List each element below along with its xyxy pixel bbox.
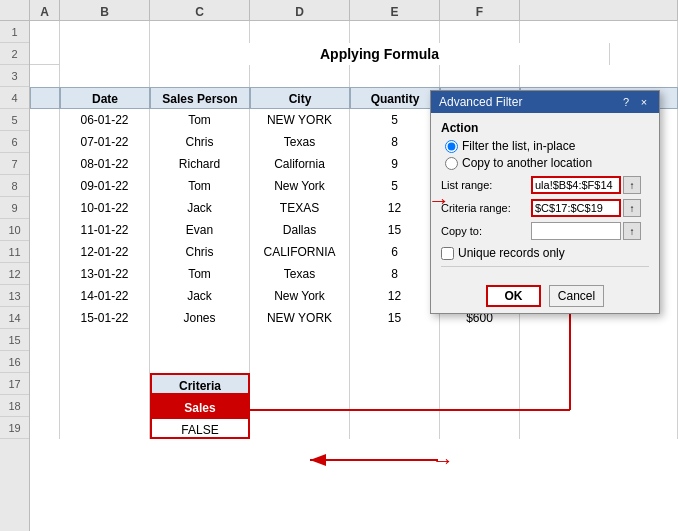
cell-17d bbox=[250, 373, 350, 395]
cell-12a bbox=[30, 263, 60, 285]
list-range-row: List range: ↑ bbox=[441, 176, 649, 194]
row-num-15: 15 bbox=[0, 329, 29, 351]
row-3 bbox=[30, 65, 678, 87]
cell-11b-date: 12-01-22 bbox=[60, 241, 150, 263]
cell-2rest bbox=[610, 43, 678, 65]
cell-criteria-sales: Sales bbox=[150, 395, 250, 417]
list-range-input-group: ↑ bbox=[531, 176, 649, 194]
row-num-14: 14 bbox=[0, 307, 29, 329]
cell-5d-city: NEW YORK bbox=[250, 109, 350, 131]
cell-10d-city: Dallas bbox=[250, 219, 350, 241]
row-num-10: 10 bbox=[0, 219, 29, 241]
cell-title: Applying Formula bbox=[150, 43, 610, 65]
cell-8c-sp: Tom bbox=[150, 175, 250, 197]
cell-17b bbox=[60, 373, 150, 395]
col-header-e: E bbox=[350, 0, 440, 20]
cell-5e-qty: 5 bbox=[350, 109, 440, 131]
row-num-7: 7 bbox=[0, 153, 29, 175]
radio-copy-location[interactable] bbox=[445, 157, 458, 170]
row-num-6: 6 bbox=[0, 131, 29, 153]
radio-row-1: Filter the list, in-place bbox=[445, 139, 649, 153]
cell-16rest bbox=[520, 351, 678, 373]
row-num-5: 5 bbox=[0, 109, 29, 131]
cell-16c bbox=[150, 351, 250, 373]
criteria-range-input[interactable] bbox=[531, 199, 621, 217]
cell-5a bbox=[30, 109, 60, 131]
cell-8d-city: New York bbox=[250, 175, 350, 197]
collapse-icon: ↑ bbox=[630, 180, 635, 191]
radio-group: Filter the list, in-place Copy to anothe… bbox=[445, 139, 649, 170]
cell-6b-date: 07-01-22 bbox=[60, 131, 150, 153]
copy-to-collapse-btn[interactable]: ↑ bbox=[623, 222, 641, 240]
cell-12c-sp: Tom bbox=[150, 263, 250, 285]
cell-15b bbox=[60, 329, 150, 351]
cell-11e-qty: 6 bbox=[350, 241, 440, 263]
cell-10c-sp: Evan bbox=[150, 219, 250, 241]
row-num-9: 9 bbox=[0, 197, 29, 219]
cell-15d bbox=[250, 329, 350, 351]
copy-to-input[interactable] bbox=[531, 222, 621, 240]
dialog-footer: OK Cancel bbox=[431, 279, 659, 313]
cell-18e bbox=[350, 395, 440, 417]
unique-records-label: Unique records only bbox=[458, 246, 565, 260]
dialog-question-icon[interactable]: ? bbox=[619, 95, 633, 109]
column-headers: A B C D E F bbox=[0, 0, 678, 21]
dialog-body: Action Filter the list, in-place Copy to… bbox=[431, 113, 659, 279]
row-num-3: 3 bbox=[0, 65, 29, 87]
cell-10a bbox=[30, 219, 60, 241]
cell-2a bbox=[30, 43, 60, 65]
cell-15c bbox=[150, 329, 250, 351]
cell-9a bbox=[30, 197, 60, 219]
cell-6e-qty: 8 bbox=[350, 131, 440, 153]
cell-criteria-value: FALSE bbox=[150, 417, 250, 439]
cell-6a bbox=[30, 131, 60, 153]
cell-14d-city: NEW YORK bbox=[250, 307, 350, 329]
cell-12d-city: Texas bbox=[250, 263, 350, 285]
cell-15f bbox=[440, 329, 520, 351]
copy-to-row: Copy to: ↑ bbox=[441, 222, 649, 240]
col-header-b: B bbox=[60, 0, 150, 20]
list-range-input[interactable] bbox=[531, 176, 621, 194]
cancel-button[interactable]: Cancel bbox=[549, 285, 604, 307]
cell-13e-qty: 12 bbox=[350, 285, 440, 307]
cell-1c bbox=[150, 21, 250, 43]
row-num-11: 11 bbox=[0, 241, 29, 263]
unique-records-checkbox[interactable] bbox=[441, 247, 454, 260]
advanced-filter-dialog: Advanced Filter ? × Action Filter the li… bbox=[430, 90, 660, 314]
header-city: City bbox=[250, 87, 350, 109]
row-numbers: 1 2 3 4 5 6 7 8 9 10 11 12 13 14 15 16 1… bbox=[0, 21, 30, 531]
cell-10e-qty: 15 bbox=[350, 219, 440, 241]
cell-16e bbox=[350, 351, 440, 373]
cell-3b bbox=[60, 65, 150, 87]
criteria-range-label: Criteria range: bbox=[441, 202, 531, 214]
row-19: FALSE bbox=[30, 417, 678, 439]
cell-16d bbox=[250, 351, 350, 373]
cell-18rest bbox=[520, 395, 678, 417]
col-header-d: D bbox=[250, 0, 350, 20]
radio-filter-inplace[interactable] bbox=[445, 140, 458, 153]
cell-9c-sp: Jack bbox=[150, 197, 250, 219]
row-num-4: 4 bbox=[0, 87, 29, 109]
ok-button[interactable]: OK bbox=[486, 285, 541, 307]
cell-3a bbox=[30, 65, 60, 87]
list-range-label: List range: bbox=[441, 179, 531, 191]
cell-6c-sp: Chris bbox=[150, 131, 250, 153]
dialog-close-icon[interactable]: × bbox=[637, 95, 651, 109]
cell-15rest bbox=[520, 329, 678, 351]
row-num-13: 13 bbox=[0, 285, 29, 307]
cell-8b-date: 09-01-22 bbox=[60, 175, 150, 197]
cell-16a bbox=[30, 351, 60, 373]
cell-19d bbox=[250, 417, 350, 439]
row-num-16: 16 bbox=[0, 351, 29, 373]
cell-13c-sp: Jack bbox=[150, 285, 250, 307]
row-17: Criteria bbox=[30, 373, 678, 395]
cell-1b bbox=[60, 21, 150, 43]
list-range-collapse-btn[interactable]: ↑ bbox=[623, 176, 641, 194]
cell-9b-date: 10-01-22 bbox=[60, 197, 150, 219]
row-num-12: 12 bbox=[0, 263, 29, 285]
cell-8a bbox=[30, 175, 60, 197]
criteria-range-collapse-btn[interactable]: ↑ bbox=[623, 199, 641, 217]
header-quantity: Quantity bbox=[350, 87, 440, 109]
row-num-1: 1 bbox=[0, 21, 29, 43]
cell-16b bbox=[60, 351, 150, 373]
